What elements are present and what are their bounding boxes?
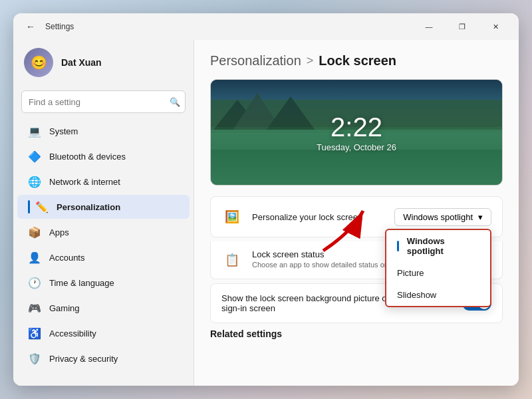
accessibility-icon: ♿ xyxy=(28,327,41,340)
sidebar-item-network[interactable]: 🌐 Network & internet xyxy=(17,170,190,194)
avatar: 😊 xyxy=(24,48,53,77)
bluetooth-icon: 🔷 xyxy=(28,150,41,163)
search-icon: 🔍 xyxy=(170,97,180,107)
personalize-dropdown[interactable]: Windows spotlight ▾ xyxy=(394,208,491,226)
sidebar-item-label: Network & internet xyxy=(49,177,120,187)
apps-icon: 📦 xyxy=(28,225,41,239)
active-indicator xyxy=(28,200,30,213)
minimize-button[interactable]: — xyxy=(414,17,444,37)
sidebar-item-personalization[interactable]: ✏️ Personalization xyxy=(17,195,190,219)
lock-time: 2:22 xyxy=(331,112,382,142)
dropdown-item-slideshow[interactable]: Slideshow xyxy=(386,284,490,306)
sidebar-item-label: Accessibility xyxy=(49,329,96,338)
content-area: Personalization > Lock screen xyxy=(194,40,519,386)
dropdown-item-picture[interactable]: Picture xyxy=(386,262,490,284)
title-bar: ← Settings — ❐ ✕ xyxy=(13,13,519,40)
related-settings: Related settings xyxy=(210,329,503,339)
personalize-label: Personalize your lock screen xyxy=(252,212,385,222)
window-title: Settings xyxy=(45,22,74,31)
lock-preview-overlay: 2:22 Tuesday, October 26 xyxy=(211,80,502,185)
sidebar-item-label: System xyxy=(49,126,78,136)
dropdown-item-label: Picture xyxy=(397,268,424,278)
search-input[interactable] xyxy=(21,90,186,113)
sidebar-item-accounts[interactable]: 👤 Accounts xyxy=(17,245,190,269)
sidebar-item-label: Personalization xyxy=(57,202,120,212)
sidebar: 😊 Dat Xuan 🔍 💻 System 🔷 Bluetooth & devi… xyxy=(13,40,194,386)
breadcrumb-separator: > xyxy=(307,54,314,68)
sidebar-item-label: Accounts xyxy=(49,253,84,263)
dropdown-item-label: Windows spotlight xyxy=(407,236,479,256)
sidebar-item-time[interactable]: 🕐 Time & language xyxy=(17,271,190,295)
back-button[interactable]: ← xyxy=(21,17,40,36)
user-profile[interactable]: 😊 Dat Xuan xyxy=(13,40,194,85)
breadcrumb: Personalization > Lock screen xyxy=(210,53,503,68)
sidebar-item-label: Apps xyxy=(49,227,69,237)
dropdown-wrap: Windows spotlight ▾ Windows spotlight Pi… xyxy=(394,208,491,226)
dropdown-item-spotlight[interactable]: Windows spotlight xyxy=(386,230,490,262)
sidebar-item-label: Gaming xyxy=(49,303,80,313)
lock-screen-preview: 2:22 Tuesday, October 26 xyxy=(210,79,503,186)
sidebar-item-accessibility[interactable]: ♿ Accessibility xyxy=(17,321,190,345)
system-icon: 💻 xyxy=(28,124,41,138)
status-icon: 📋 xyxy=(221,249,243,271)
dropdown-selected-value: Windows spotlight xyxy=(403,212,473,222)
sidebar-item-label: Time & language xyxy=(49,278,114,288)
main-layout: 😊 Dat Xuan 🔍 💻 System 🔷 Bluetooth & devi… xyxy=(13,40,519,386)
close-button[interactable]: ✕ xyxy=(480,17,511,37)
settings-window: ← Settings — ❐ ✕ 😊 Dat Xuan 🔍 xyxy=(13,13,519,386)
maximize-button[interactable]: ❐ xyxy=(447,17,477,37)
breadcrumb-parent[interactable]: Personalization xyxy=(210,53,301,68)
network-icon: 🌐 xyxy=(28,175,41,188)
sidebar-item-system[interactable]: 💻 System xyxy=(17,119,190,143)
window-controls: — ❐ ✕ xyxy=(414,17,511,37)
related-title: Related settings xyxy=(210,329,503,339)
personalize-row-wrap: 🖼️ Personalize your lock screen Windows … xyxy=(210,196,503,237)
sidebar-item-label: Privacy & security xyxy=(49,354,118,364)
accounts-icon: 👤 xyxy=(28,251,41,264)
user-name: Dat Xuan xyxy=(61,57,102,68)
dropdown-item-label: Slideshow xyxy=(397,290,436,300)
sidebar-item-label: Bluetooth & devices xyxy=(49,152,126,162)
time-icon: 🕐 xyxy=(28,276,41,289)
gaming-icon: 🎮 xyxy=(28,301,41,315)
personalize-row: 🖼️ Personalize your lock screen Windows … xyxy=(210,196,503,237)
lock-date: Tuesday, October 26 xyxy=(317,142,396,152)
sidebar-item-gaming[interactable]: 🎮 Gaming xyxy=(17,296,190,320)
selected-indicator xyxy=(397,241,399,251)
personalization-icon: ✏️ xyxy=(35,200,49,213)
personalize-icon: 🖼️ xyxy=(221,206,243,227)
dropdown-menu: Windows spotlight Picture Slideshow xyxy=(385,229,491,307)
sidebar-item-bluetooth[interactable]: 🔷 Bluetooth & devices xyxy=(17,144,190,168)
sidebar-item-apps[interactable]: 📦 Apps xyxy=(17,220,190,244)
chevron-down-icon: ▾ xyxy=(478,212,483,222)
privacy-icon: 🛡️ xyxy=(28,352,41,365)
breadcrumb-current: Lock screen xyxy=(319,53,396,68)
sidebar-item-privacy[interactable]: 🛡️ Privacy & security xyxy=(17,346,190,370)
search-container: 🔍 xyxy=(21,90,186,113)
